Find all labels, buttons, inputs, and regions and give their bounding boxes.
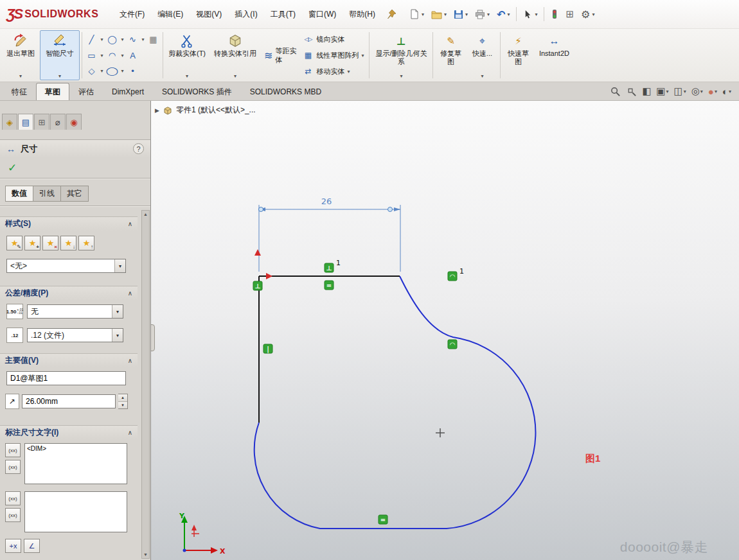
tab-other[interactable]: 其它 <box>60 186 89 202</box>
selection-filter-toggle-button[interactable] <box>548 5 562 23</box>
tab-dimxpertmanager[interactable]: ⌀ <box>50 114 66 130</box>
ok-check-button[interactable]: ✓ <box>8 161 17 175</box>
menu-view[interactable]: 视图(V) <box>190 4 228 24</box>
mirror-entities-button[interactable]: ◁▷ 镜向实体 <box>299 31 367 47</box>
dimension-name-field[interactable] <box>6 371 126 385</box>
tab-dimxpert[interactable]: DimXpert <box>103 83 153 100</box>
tab-evaluate[interactable]: 评估 <box>69 83 103 100</box>
caret-icon[interactable]: ▾ <box>700 89 703 94</box>
style-section-header[interactable]: 样式(S) ∧ <box>0 216 138 231</box>
menu-insert[interactable]: 插入(I) <box>228 4 263 24</box>
chevron-down-icon[interactable]: ▾ <box>112 329 123 342</box>
linear-sketch-pattern-button[interactable]: ▦ 线性草图阵列 ▾ <box>299 48 367 63</box>
tab-features[interactable]: 特征 <box>3 83 36 100</box>
caret-icon[interactable]: ▾ <box>444 12 447 17</box>
caret-icon[interactable]: ▾ <box>684 89 686 94</box>
panel-scrollbar[interactable]: ▲ ▼ <box>141 210 150 559</box>
primary-value-section-header[interactable]: 主要值(V) ∧ <box>0 353 138 367</box>
caret-icon[interactable]: ▾ <box>140 37 146 42</box>
style-dropdown[interactable]: <无> ▾ <box>6 259 126 273</box>
menu-tools[interactable]: 工具(T) <box>264 4 302 24</box>
origin-point[interactable] <box>183 549 186 552</box>
arc-tool-button[interactable]: ◠ <box>105 48 120 63</box>
relation-badge[interactable]: ⊥ <box>253 281 262 290</box>
tab-leaders[interactable]: 引线 <box>33 186 61 202</box>
select-button[interactable]: ▾ <box>520 5 540 23</box>
text-tool-button[interactable]: A <box>125 48 140 63</box>
tab-value[interactable]: 数值 <box>5 186 33 202</box>
repair-sketch-button[interactable]: ✎ 修复草 图 <box>435 30 466 80</box>
caret-icon[interactable]: ▾ <box>186 73 188 79</box>
menu-edit[interactable]: 编辑(E) <box>151 4 190 24</box>
override-value-button[interactable]: (xx) <box>5 443 21 457</box>
caret-icon[interactable]: ▾ <box>481 73 483 79</box>
chevron-down-icon[interactable]: ▾ <box>114 259 125 272</box>
caret-icon[interactable]: ▾ <box>99 37 105 42</box>
relation-badge[interactable]: ⊥ 1 <box>325 259 341 272</box>
tab-mbd[interactable]: SOLIDWORKS MBD <box>241 83 330 100</box>
prefix-text-button[interactable]: (xx) <box>5 491 21 505</box>
caret-icon[interactable]: ▾ <box>347 69 350 74</box>
add-style-button[interactable]: ★+ <box>24 236 40 250</box>
menu-file[interactable]: 文件(F) <box>113 4 151 24</box>
text-position-button[interactable]: +x <box>5 539 21 553</box>
collapse-icon[interactable]: ∧ <box>128 290 132 297</box>
table-grid-button[interactable]: ⊞ <box>562 5 577 23</box>
smart-dimension-button[interactable]: 智能尺寸 ▾ <box>40 30 80 80</box>
rapid-sketch-button[interactable]: ⚡ 快速草 图 <box>503 30 533 80</box>
display-style-button[interactable]: ◫▾ <box>673 84 688 98</box>
circle-tool-button[interactable]: ◯ <box>105 32 120 47</box>
sketch-origin-arrow[interactable] <box>191 525 197 530</box>
dimension-handle[interactable] <box>388 207 393 212</box>
save-button[interactable]: ▾ <box>450 5 471 23</box>
dimension-value-field[interactable] <box>22 394 116 408</box>
tolerance-section-header[interactable]: 公差/精度(P) ∧ <box>0 286 138 300</box>
exit-sketch-button[interactable]: 退出草图 ▾ <box>1 30 40 80</box>
save-style-button[interactable]: ★↓ <box>60 236 76 250</box>
relation-badge[interactable]: = <box>325 281 334 290</box>
instant2d-button[interactable]: ↔ Instant2D <box>533 30 574 80</box>
caret-icon[interactable]: ▾ <box>487 12 490 17</box>
dimension-value-text[interactable]: 26 <box>321 197 332 206</box>
tolerance-type-dropdown[interactable]: 无 ▾ <box>27 304 123 319</box>
tab-propertymanager[interactable]: ▤ <box>18 114 33 130</box>
dimension-drag-arrow-right[interactable] <box>266 273 272 279</box>
offset-entities-button[interactable]: ≋ 等距实 体 <box>262 30 299 80</box>
undo-button[interactable]: ↶ ▾ <box>494 5 513 23</box>
relation-badge[interactable]: ◠ <box>448 340 457 349</box>
relation-badge[interactable]: = <box>378 515 387 524</box>
secondary-text-area[interactable] <box>24 491 127 532</box>
text-angle-button[interactable]: ∠ <box>24 539 40 553</box>
sketch-grid-button[interactable]: ▦ <box>146 32 161 47</box>
open-button[interactable]: ▾ <box>428 5 450 23</box>
tree-item-part[interactable]: 零件1 (默认<<默认>_... <box>176 105 256 116</box>
caret-icon[interactable]: ▾ <box>422 12 424 17</box>
dimension-text-area[interactable]: <DIM> <box>24 443 127 484</box>
print-button[interactable]: ▾ <box>472 5 493 23</box>
tab-featuremanager-tree[interactable]: ◈ <box>2 114 17 130</box>
relation-badge[interactable]: | <box>263 344 272 353</box>
spin-down-icon[interactable]: ▼ <box>118 402 127 409</box>
tab-displaymanager[interactable]: ◉ <box>66 114 82 130</box>
caret-icon[interactable]: ▾ <box>507 12 510 17</box>
quick-snaps-button[interactable]: ⌖ 快速... ▾ <box>466 30 498 80</box>
scroll-down-icon[interactable]: ▼ <box>143 551 148 558</box>
caret-icon[interactable]: ▾ <box>715 89 717 94</box>
convert-entities-button[interactable]: 转换实体引用 ▾ <box>209 30 262 80</box>
options-button[interactable]: ⚙ ▾ <box>578 5 598 23</box>
relation-badge[interactable]: ◠ 1 <box>448 267 464 281</box>
dimension-drag-arrow-up[interactable] <box>254 249 261 256</box>
apply-default-style-button[interactable]: ★✎ <box>6 236 22 250</box>
caret-icon[interactable]: ▾ <box>361 53 364 58</box>
apply-scene-button[interactable]: ◐▾ <box>721 84 733 98</box>
caret-icon[interactable]: ▾ <box>120 53 125 58</box>
sketch-profile-curve[interactable] <box>254 276 536 529</box>
trim-entities-button[interactable]: 剪裁实体(T) ▾ <box>165 30 209 80</box>
caret-icon[interactable]: ▾ <box>592 12 594 17</box>
spline-tool-button[interactable]: ∿ <box>125 32 140 47</box>
caret-icon[interactable]: ▾ <box>120 37 125 42</box>
menu-window[interactable]: 窗口(W) <box>302 4 343 24</box>
spin-up-icon[interactable]: ▲ <box>118 394 127 402</box>
point-tool-button[interactable]: • <box>125 64 140 78</box>
section-view-button[interactable]: ◧ <box>641 84 652 98</box>
